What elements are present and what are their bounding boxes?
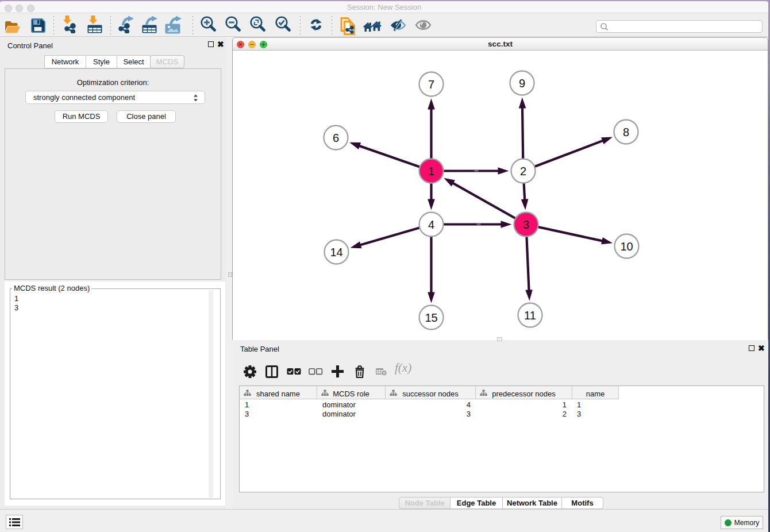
svg-text:15: 15 bbox=[425, 311, 437, 324]
svg-text:10: 10 bbox=[620, 240, 633, 253]
svg-text:1: 1 bbox=[428, 165, 434, 178]
svg-text:6: 6 bbox=[333, 132, 339, 144]
svg-text:11: 11 bbox=[524, 309, 536, 322]
svg-text:14: 14 bbox=[330, 246, 342, 259]
svg-text:8: 8 bbox=[623, 126, 629, 138]
svg-text:4: 4 bbox=[428, 218, 434, 231]
svg-text:2: 2 bbox=[520, 165, 526, 178]
svg-text:7: 7 bbox=[428, 78, 434, 91]
svg-text:3: 3 bbox=[523, 218, 529, 231]
svg-text:9: 9 bbox=[519, 77, 525, 90]
